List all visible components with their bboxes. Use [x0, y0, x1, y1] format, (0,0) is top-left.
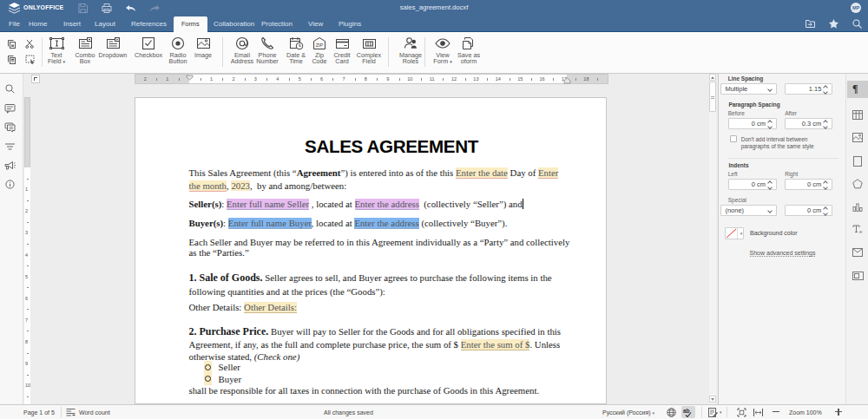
svg-text:ab: ab: [683, 408, 690, 414]
svg-text:e: e: [859, 229, 863, 234]
